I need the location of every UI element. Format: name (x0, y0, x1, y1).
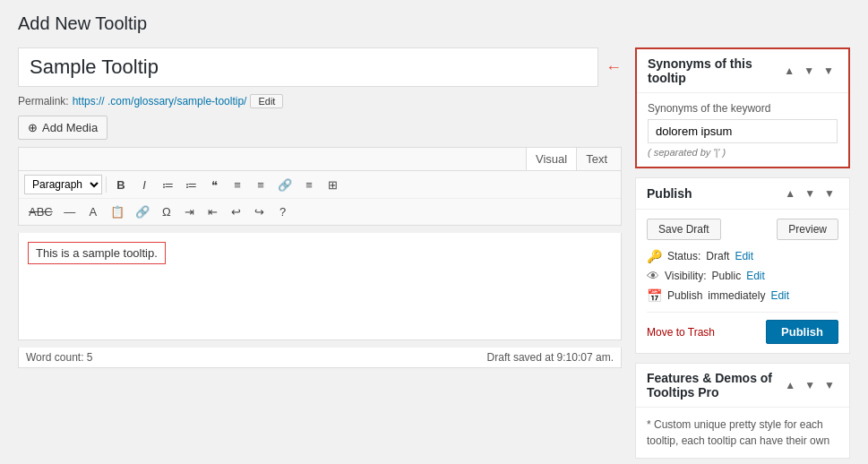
draft-saved: Draft saved at 9:10:07 am. (487, 351, 614, 364)
publish-close-button[interactable]: ▼ (821, 185, 838, 202)
save-draft-button[interactable]: Save Draft (647, 219, 721, 240)
publish-button[interactable]: Publish (766, 320, 838, 344)
features-collapse-down-button[interactable]: ▼ (801, 377, 819, 393)
permalink-row: Permalink: https:// .com/glossary/sample… (18, 94, 622, 108)
synonyms-collapse-up-button[interactable]: ▲ (780, 63, 798, 79)
visibility-icon: 👁 (647, 269, 659, 283)
bold-button[interactable]: B (110, 176, 132, 194)
text-color-button[interactable]: A (82, 202, 104, 221)
unordered-list-button[interactable]: ≔ (157, 176, 178, 194)
status-label: Status: (667, 250, 700, 262)
publish-box-body: Save Draft Preview 🔑 Status: Draft Edit … (636, 210, 849, 353)
publish-time-edit-link[interactable]: Edit (770, 289, 789, 302)
permalink-edit-button[interactable]: Edit (250, 94, 283, 108)
visibility-row: 👁 Visibility: Public Edit (647, 269, 838, 283)
editor-footer: Word count: 5 Draft saved at 9:10:07 am. (18, 348, 622, 368)
add-media-label: Add Media (42, 121, 98, 134)
synonyms-box-header: Synonyms of this tooltip ▲ ▼ ▼ (637, 49, 848, 93)
remove-link-button[interactable]: 🔗 (131, 202, 154, 221)
tab-visual[interactable]: Visual (526, 148, 577, 170)
features-collapse-up-button[interactable]: ▲ (781, 377, 799, 393)
synonyms-box-controls: ▲ ▼ ▼ (780, 63, 838, 79)
publish-box-controls: ▲ ▼ ▼ (781, 185, 838, 202)
title-input[interactable] (18, 47, 598, 87)
publish-time-value: immediately (708, 289, 765, 302)
publish-time-row: 📅 Publish immediately Edit (647, 288, 838, 303)
publish-box: Publish ▲ ▼ ▼ Save Draft Preview 🔑 Statu… (635, 177, 850, 354)
publish-box-title: Publish (647, 186, 692, 201)
publish-collapse-down-button[interactable]: ▼ (801, 185, 819, 202)
publish-footer: Move to Trash Publish (647, 312, 838, 344)
undo-button[interactable]: ↩ (226, 202, 247, 221)
synonyms-box-body: Synonyms of the keyword ( separated by '… (637, 93, 848, 167)
add-media-icon: ⊕ (28, 121, 38, 134)
features-box: Features & Demos of Tooltips Pro ▲ ▼ ▼ *… (635, 363, 850, 459)
publish-time-label: Publish (667, 289, 702, 302)
ordered-list-button[interactable]: ≔ (180, 176, 202, 194)
special-char-button[interactable]: Ω (156, 202, 177, 221)
features-box-title: Features & Demos of Tooltips Pro (647, 371, 781, 400)
synonyms-box: Synonyms of this tooltip ▲ ▼ ▼ Synonyms … (635, 47, 850, 168)
features-box-body: * Custom unique pretty style for each to… (636, 408, 849, 458)
move-to-trash-link[interactable]: Move to Trash (647, 326, 715, 339)
features-close-button[interactable]: ▼ (821, 377, 838, 393)
visibility-label: Visibility: (665, 270, 706, 282)
strikethrough-button[interactable]: ABC (24, 202, 57, 221)
italic-button[interactable]: I (133, 176, 155, 194)
status-row: 🔑 Status: Draft Edit (647, 249, 838, 263)
add-media-button[interactable]: ⊕ Add Media (18, 116, 107, 140)
sidebar: Synonyms of this tooltip ▲ ▼ ▼ Synonyms … (635, 47, 850, 459)
features-box-header: Features & Demos of Tooltips Pro ▲ ▼ ▼ (636, 364, 849, 408)
status-value: Draft (706, 250, 729, 262)
features-box-controls: ▲ ▼ ▼ (781, 377, 838, 393)
tab-text[interactable]: Text (577, 148, 616, 170)
paragraph-select[interactable]: Paragraph (24, 175, 102, 194)
visibility-value: Public (711, 270, 741, 282)
preview-button[interactable]: Preview (777, 219, 838, 240)
link-button[interactable]: 🔗 (273, 176, 296, 194)
redo-button[interactable]: ↪ (249, 202, 271, 221)
toolbar-row-2: ABC — A 📋 🔗 Ω ⇥ ⇤ ↩ ↪ ? (19, 199, 621, 225)
features-text: * Custom unique pretty style for each to… (647, 417, 838, 449)
publish-box-header: Publish ▲ ▼ ▼ (636, 178, 849, 210)
permalink-url[interactable]: https:// .com/glossary/sample-tooltip/ (73, 95, 247, 107)
status-icon: 🔑 (647, 249, 662, 263)
blockquote-button[interactable]: ❝ (203, 176, 225, 194)
status-edit-link[interactable]: Edit (735, 250, 753, 262)
align-center-button[interactable]: ≡ (250, 176, 271, 194)
publish-collapse-up-button[interactable]: ▲ (781, 185, 799, 202)
permalink-label: Permalink: (18, 95, 69, 107)
word-count: Word count: 5 (26, 351, 92, 364)
content-area[interactable]: This is a sample tooltip. (18, 233, 622, 340)
indent-button[interactable]: ⇥ (179, 202, 201, 221)
synonyms-input[interactable] (648, 119, 838, 143)
publish-buttons-row: Save Draft Preview (647, 219, 838, 240)
editor-tabs: Visual Text (19, 148, 621, 171)
page-title: Add New Tooltip (18, 13, 850, 34)
read-more-button[interactable]: ≡ (298, 176, 320, 194)
synonyms-collapse-down-button[interactable]: ▼ (800, 63, 818, 79)
toolbar-row-1: Paragraph B I ≔ ≔ ❝ ≡ ≡ 🔗 ≡ ⊞ (19, 171, 621, 199)
help-button[interactable]: ? (272, 202, 294, 221)
synonyms-box-title: Synonyms of this tooltip (648, 56, 780, 85)
kitchen-sink-button[interactable]: ⊞ (322, 176, 343, 194)
calendar-icon: 📅 (647, 288, 662, 303)
align-left-button[interactable]: ≡ (227, 176, 248, 194)
outdent-button[interactable]: ⇤ (202, 202, 224, 221)
synonyms-hint: ( separated by '|' ) (648, 147, 838, 158)
visibility-edit-link[interactable]: Edit (746, 270, 765, 282)
horizontal-rule-button[interactable]: — (59, 202, 81, 221)
toolbar-separator-1 (106, 176, 107, 193)
paste-as-text-button[interactable]: 📋 (106, 202, 129, 221)
synonyms-label: Synonyms of the keyword (648, 102, 838, 115)
synonyms-close-button[interactable]: ▼ (820, 63, 838, 79)
content-text: This is a sample tooltip. (28, 242, 166, 264)
arrow-icon: ← (606, 58, 622, 77)
